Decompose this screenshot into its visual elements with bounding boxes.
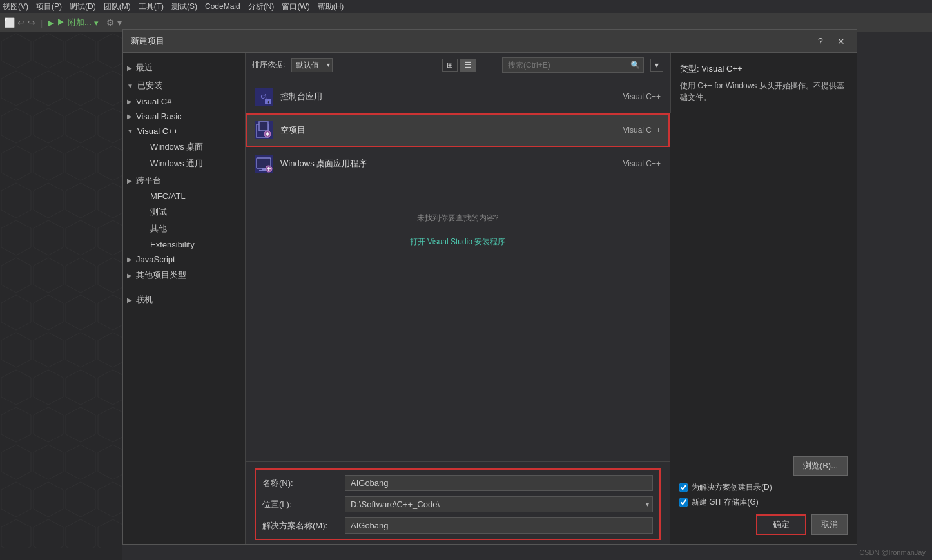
sidebar-item-remote[interactable]: ▶ 联机 xyxy=(123,291,245,308)
form-row-name: 名称(N): xyxy=(262,475,653,491)
dialog-controls: ? ✕ xyxy=(813,34,849,49)
empty-project-name: 空项目 xyxy=(280,124,588,136)
form-row-solution: 解决方案名称(M): xyxy=(262,517,653,534)
form-name-input[interactable] xyxy=(345,475,653,491)
svg-rect-8 xyxy=(262,168,266,170)
cpp-arrow-icon: ▼ xyxy=(127,128,133,135)
confirm-button[interactable]: 确定 xyxy=(756,514,806,535)
windows-desktop-app-name: Windows 桌面应用程序 xyxy=(280,158,588,169)
csharp-arrow-icon: ▶ xyxy=(127,98,132,105)
installed-arrow-icon: ▼ xyxy=(127,82,133,90)
play-dropdown-icon: ▾ xyxy=(94,18,99,28)
sidebar-section-remote: ▶ 联机 xyxy=(123,291,245,308)
form-row-location: 位置(L): D:\Software\C++_Code\ ▾ xyxy=(262,496,653,512)
template-item-empty[interactable]: 空项目 Visual C++ xyxy=(246,113,670,147)
dialog-titlebar: 新建项目 ? ✕ xyxy=(123,30,857,53)
play-button[interactable]: ▶ ▶ 附加... ▾ xyxy=(48,17,98,28)
sidebar-recently-label: 最近 xyxy=(136,62,153,73)
sort-select-wrapper: 默认值 名称 类型 xyxy=(291,58,333,72)
view-icons: ⊞ ☰ xyxy=(442,59,476,72)
toolbar-icon-2: ↩ xyxy=(17,17,25,28)
svg-rect-1 xyxy=(0,32,122,548)
js-arrow-icon: ▶ xyxy=(127,256,132,263)
new-git-checkbox[interactable] xyxy=(679,498,688,507)
new-git-row: 新建 GIT 存储库(G) xyxy=(679,497,848,508)
sidebar-item-mfc-atl[interactable]: MFC/ATL xyxy=(123,189,245,204)
open-installer-link[interactable]: 打开 Visual Studio 安装程序 xyxy=(410,237,506,246)
vb-arrow-icon: ▶ xyxy=(127,113,132,120)
sidebar-section-recent: ▶ 最近 xyxy=(123,59,245,76)
menu-test[interactable]: 测试(S) xyxy=(171,1,197,12)
search-icon: 🔍 xyxy=(630,61,640,70)
sidebar-item-windows-universal[interactable]: Windows 通用 xyxy=(123,155,245,172)
sidebar-other-label: 其他 xyxy=(150,223,167,235)
main-toolbar: 排序依据: 默认值 名称 类型 ⊞ ☰ 🔍 ▾ xyxy=(246,53,670,77)
template-item-windows-desktop-app[interactable]: Windows 桌面应用程序 Visual C++ xyxy=(246,147,670,180)
console-app-name: 控制台应用 xyxy=(280,91,588,102)
search-dropdown-button[interactable]: ▾ xyxy=(650,59,663,72)
sidebar-item-recently[interactable]: ▶ 最近 xyxy=(123,59,245,76)
sidebar-item-extensibility[interactable]: Extensibility xyxy=(123,237,245,252)
bottom-right-panel: 浏览(B)... 为解决方案创建目录(D) 新建 GIT 存储库(G) 确定 取… xyxy=(670,450,857,544)
view-grid-button[interactable]: ⊞ xyxy=(442,59,458,72)
sort-select[interactable]: 默认值 名称 类型 xyxy=(291,58,333,72)
search-wrapper: 🔍 xyxy=(502,57,644,73)
create-dir-checkbox[interactable] xyxy=(679,483,688,492)
console-app-icon: C\ ✦ xyxy=(255,88,273,106)
dialog-close-button[interactable]: ✕ xyxy=(833,34,849,49)
svg-rect-3 xyxy=(259,122,268,131)
other-project-arrow-icon: ▶ xyxy=(127,272,132,279)
sidebar-item-cross-platform[interactable]: ▶ 跨平台 xyxy=(123,172,245,189)
menu-tools[interactable]: 工具(T) xyxy=(139,1,164,12)
sidebar-windows-universal-label: Windows 通用 xyxy=(150,158,203,169)
main-content: 排序依据: 默认值 名称 类型 ⊞ ☰ 🔍 ▾ xyxy=(246,53,670,544)
sidebar-item-visual-cpp[interactable]: ▼ Visual C++ xyxy=(123,124,245,139)
search-input[interactable] xyxy=(502,57,644,73)
template-item-console[interactable]: C\ ✦ 控制台应用 Visual C++ xyxy=(246,80,670,113)
create-dir-label: 为解决方案创建目录(D) xyxy=(692,482,772,493)
menu-team[interactable]: 团队(M) xyxy=(104,1,131,12)
menu-codemaid[interactable]: CodeMaid xyxy=(205,2,240,11)
sidebar-item-visual-csharp[interactable]: ▶ Visual C# xyxy=(123,94,245,109)
form-solution-input[interactable] xyxy=(345,517,653,534)
new-git-label: 新建 GIT 存储库(G) xyxy=(692,497,759,508)
form-location-label: 位置(L): xyxy=(262,499,340,510)
menu-view[interactable]: 视图(V) xyxy=(3,1,28,12)
sidebar-item-installed[interactable]: ▼ 已安装 xyxy=(123,77,245,94)
browse-button[interactable]: 浏览(B)... xyxy=(793,456,848,476)
view-list-button[interactable]: ☰ xyxy=(460,59,476,72)
sidebar-item-test[interactable]: 测试 xyxy=(123,204,245,220)
empty-project-icon xyxy=(255,121,273,139)
menu-help[interactable]: 帮助(H) xyxy=(318,1,344,12)
dialog-help-button[interactable]: ? xyxy=(813,34,828,49)
form-location-select[interactable]: D:\Software\C++_Code\ xyxy=(345,496,653,512)
hex-background xyxy=(0,32,122,560)
menubar: 视图(V) 项目(P) 调试(D) 团队(M) 工具(T) 测试(S) Code… xyxy=(0,0,932,13)
sort-label: 排序依据: xyxy=(252,59,285,70)
sidebar-item-other-project[interactable]: ▶ 其他项目类型 xyxy=(123,267,245,284)
right-panel-container: 类型: Visual C++ 使用 C++ for Windows 从头开始操作… xyxy=(670,53,857,544)
menu-debug[interactable]: 调试(D) xyxy=(70,1,96,12)
not-found-text: 未找到你要查找的内容? xyxy=(246,200,670,237)
toolbar-icon-4: ⚙ xyxy=(106,17,115,28)
sidebar-item-visual-basic[interactable]: ▶ Visual Basic xyxy=(123,109,245,124)
sidebar-extensibility-label: Extensibility xyxy=(150,240,195,249)
menu-analyze[interactable]: 分析(N) xyxy=(248,1,275,12)
sidebar-section-installed: ▼ 已安装 ▶ Visual C# ▶ Visual Basic ▼ Visua… xyxy=(123,77,245,284)
menu-window[interactable]: 窗口(W) xyxy=(282,1,309,12)
empty-project-lang: Visual C++ xyxy=(596,126,661,135)
sidebar-windows-desktop-label: Windows 桌面 xyxy=(150,141,203,153)
new-project-dialog: 新建项目 ? ✕ ▶ 最近 ▼ 已安装 ▶ Visual C# xyxy=(122,29,857,545)
sidebar: ▶ 最近 ▼ 已安装 ▶ Visual C# ▶ Visual Basic xyxy=(123,53,246,544)
cancel-button[interactable]: 取消 xyxy=(811,514,848,535)
toolbar-icon-1: ⬜ xyxy=(4,17,15,28)
sidebar-item-other[interactable]: 其他 xyxy=(123,220,245,237)
windows-desktop-app-lang: Visual C++ xyxy=(596,159,661,168)
menu-project[interactable]: 项目(P) xyxy=(36,1,62,12)
sidebar-cross-platform-label: 跨平台 xyxy=(136,175,161,186)
sidebar-item-javascript[interactable]: ▶ JavaScript xyxy=(123,252,245,267)
sidebar-item-windows-desktop[interactable]: Windows 桌面 xyxy=(123,139,245,155)
toolbar-icon-3: ↪ xyxy=(28,17,35,28)
right-panel-desc: 使用 C++ for Windows 从头开始操作。不提供基础文件。 xyxy=(680,80,848,103)
toolbar-icon-5: ▾ xyxy=(117,17,122,28)
